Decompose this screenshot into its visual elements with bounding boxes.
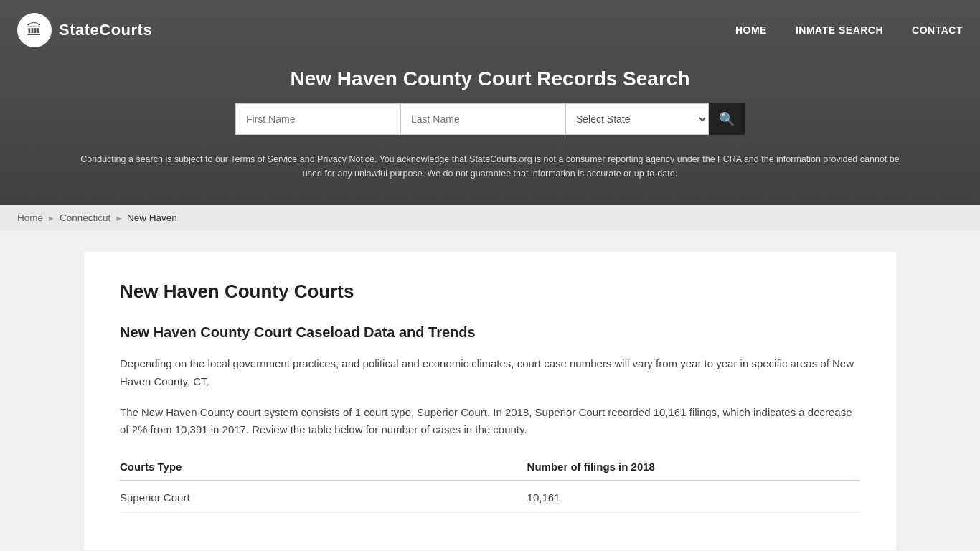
nav-home[interactable]: HOME [735, 24, 767, 36]
filings-cell: 10,161 [527, 481, 860, 514]
logo-icon: 🏛 [17, 13, 52, 47]
search-icon: 🔍 [719, 111, 735, 127]
page-header-title: New Haven County Court Records Search [14, 67, 966, 90]
breadcrumb-sep-2: ► [115, 214, 123, 222]
section-title: New Haven County Court Caseload Data and… [120, 324, 860, 341]
nav-contact[interactable]: CONTACT [912, 24, 963, 36]
breadcrumb-county: New Haven [127, 212, 177, 223]
search-form: Select StateAlabamaAlaskaArizonaArkansas… [14, 103, 966, 135]
col-court-type: Courts Type [120, 453, 527, 481]
header-title-area: New Haven County Court Records Search Se… [0, 60, 980, 205]
disclaimer-text: Conducting a search is subject to our Te… [14, 146, 966, 194]
nav-inmate-search[interactable]: INMATE SEARCH [796, 24, 883, 36]
breadcrumb-sep-1: ► [47, 214, 55, 222]
site-header: 🏛 StateCourts HOME INMATE SEARCH CONTACT… [0, 0, 980, 205]
privacy-link[interactable]: Privacy Notice [317, 154, 374, 164]
col-filings: Number of filings in 2018 [527, 453, 860, 481]
page-title: New Haven County Courts [120, 281, 860, 303]
main-container: New Haven County Courts New Haven County… [67, 252, 913, 550]
breadcrumb-state[interactable]: Connecticut [60, 212, 110, 223]
paragraph-1: Depending on the local government practi… [120, 355, 860, 391]
site-name: StateCourts [59, 21, 152, 39]
filings-table: Courts Type Number of filings in 2018 Su… [120, 453, 860, 514]
content-card: New Haven County Courts New Haven County… [84, 252, 896, 550]
search-button[interactable]: 🔍 [709, 103, 745, 135]
state-select[interactable]: Select StateAlabamaAlaskaArizonaArkansas… [565, 103, 709, 135]
court-type-cell: Superior Court [120, 481, 527, 514]
breadcrumb: Home ► Connecticut ► New Haven [0, 205, 980, 230]
site-logo[interactable]: 🏛 StateCourts [17, 13, 152, 47]
paragraph-2: The New Haven County court system consis… [120, 404, 860, 440]
table-row: Superior Court10,161 [120, 481, 860, 514]
last-name-input[interactable] [400, 103, 565, 135]
first-name-input[interactable] [235, 103, 400, 135]
nav-links: HOME INMATE SEARCH CONTACT [735, 24, 963, 36]
table-header-row: Courts Type Number of filings in 2018 [120, 453, 860, 481]
breadcrumb-home[interactable]: Home [17, 212, 43, 223]
tos-link[interactable]: Terms of Service [230, 154, 297, 164]
navigation: 🏛 StateCourts HOME INMATE SEARCH CONTACT [0, 0, 980, 60]
